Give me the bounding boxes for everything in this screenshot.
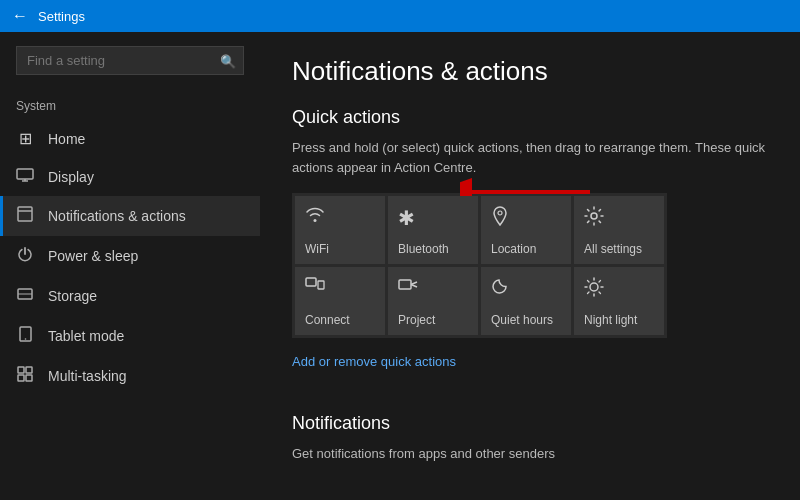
- storage-icon: [16, 286, 34, 306]
- svg-rect-18: [318, 281, 324, 289]
- sidebar-item-tablet[interactable]: Tablet mode: [0, 316, 260, 356]
- qa-wifi-label: WiFi: [305, 242, 329, 256]
- qa-tile-wifi[interactable]: WiFi: [295, 196, 385, 264]
- svg-point-8: [24, 338, 26, 340]
- qa-tile-allsettings[interactable]: All settings: [574, 196, 664, 264]
- power-icon: [16, 246, 34, 266]
- allsettings-icon: [584, 206, 604, 231]
- qa-bluetooth-label: Bluetooth: [398, 242, 449, 256]
- qa-allsettings-label: All settings: [584, 242, 642, 256]
- svg-rect-10: [26, 367, 32, 373]
- sidebar-item-display[interactable]: Display: [0, 158, 260, 196]
- qa-tile-project[interactable]: Project: [388, 267, 478, 335]
- svg-rect-9: [18, 367, 24, 373]
- sidebar-item-storage[interactable]: Storage: [0, 276, 260, 316]
- back-button[interactable]: ←: [12, 8, 28, 24]
- notifications-section: Notifications Get notifications from app…: [292, 413, 768, 464]
- sidebar-item-multitasking-label: Multi-tasking: [48, 368, 127, 384]
- svg-rect-11: [18, 375, 24, 381]
- qa-project-label: Project: [398, 313, 435, 327]
- sidebar-search-container: 🔍: [0, 32, 260, 89]
- notifications-desc: Get notifications from apps and other se…: [292, 444, 768, 464]
- svg-line-30: [599, 281, 601, 283]
- svg-rect-19: [399, 280, 411, 289]
- location-icon: [491, 206, 509, 231]
- sidebar-item-notifications-label: Notifications & actions: [48, 208, 186, 224]
- add-remove-link[interactable]: Add or remove quick actions: [292, 354, 456, 369]
- qa-connect-label: Connect: [305, 313, 350, 327]
- qa-tile-location[interactable]: Location: [481, 196, 571, 264]
- quick-actions-grid: WiFi ✱ Bluetooth Location: [292, 193, 667, 338]
- svg-line-21: [411, 285, 417, 288]
- notifications-icon: [16, 206, 34, 226]
- sidebar-item-home[interactable]: ⊞ Home: [0, 119, 260, 158]
- main-layout: 🔍 System ⊞ Home Display: [0, 32, 800, 500]
- svg-point-16: [591, 213, 597, 219]
- sidebar-item-multitasking[interactable]: Multi-tasking: [0, 356, 260, 396]
- sidebar-item-notifications[interactable]: Notifications & actions: [0, 196, 260, 236]
- svg-rect-12: [26, 375, 32, 381]
- multitasking-icon: [16, 366, 34, 386]
- page-title: Notifications & actions: [292, 56, 768, 87]
- search-input[interactable]: [16, 46, 244, 75]
- sidebar-item-tablet-label: Tablet mode: [48, 328, 124, 344]
- home-icon: ⊞: [16, 129, 34, 148]
- bluetooth-icon: ✱: [398, 206, 415, 230]
- tablet-icon: [16, 326, 34, 346]
- quiet-hours-icon: [491, 277, 509, 300]
- connect-icon: [305, 277, 325, 298]
- qa-nightlight-label: Night light: [584, 313, 637, 327]
- sidebar-item-home-label: Home: [48, 131, 85, 147]
- quick-actions-title: Quick actions: [292, 107, 768, 128]
- project-icon: [398, 277, 418, 298]
- sidebar-item-display-label: Display: [48, 169, 94, 185]
- title-bar: ← Settings: [0, 0, 800, 32]
- qa-quiet-label: Quiet hours: [491, 313, 553, 327]
- search-icon: 🔍: [220, 53, 236, 68]
- svg-point-15: [498, 211, 502, 215]
- content-area: Notifications & actions Quick actions Pr…: [260, 32, 800, 500]
- night-light-icon: [584, 277, 604, 302]
- sidebar-item-power[interactable]: Power & sleep: [0, 236, 260, 276]
- qa-tile-connect[interactable]: Connect: [295, 267, 385, 335]
- svg-line-27: [588, 281, 590, 283]
- qa-tile-bluetooth[interactable]: ✱ Bluetooth: [388, 196, 478, 264]
- svg-line-29: [588, 292, 590, 294]
- qa-location-label: Location: [491, 242, 536, 256]
- sidebar-section-label: System: [0, 89, 260, 119]
- svg-rect-0: [17, 169, 33, 179]
- svg-rect-3: [18, 207, 32, 221]
- qa-tile-quiet[interactable]: Quiet hours: [481, 267, 571, 335]
- qa-tile-nightlight[interactable]: Night light: [574, 267, 664, 335]
- svg-line-28: [599, 292, 601, 294]
- display-icon: [16, 168, 34, 186]
- sidebar-item-power-label: Power & sleep: [48, 248, 138, 264]
- sidebar-item-storage-label: Storage: [48, 288, 97, 304]
- svg-rect-17: [306, 278, 316, 286]
- notifications-title: Notifications: [292, 413, 768, 434]
- sidebar: 🔍 System ⊞ Home Display: [0, 32, 260, 500]
- title-bar-title: Settings: [38, 9, 85, 24]
- svg-point-22: [590, 283, 598, 291]
- wifi-icon: [305, 206, 325, 227]
- quick-actions-desc: Press and hold (or select) quick actions…: [292, 138, 768, 177]
